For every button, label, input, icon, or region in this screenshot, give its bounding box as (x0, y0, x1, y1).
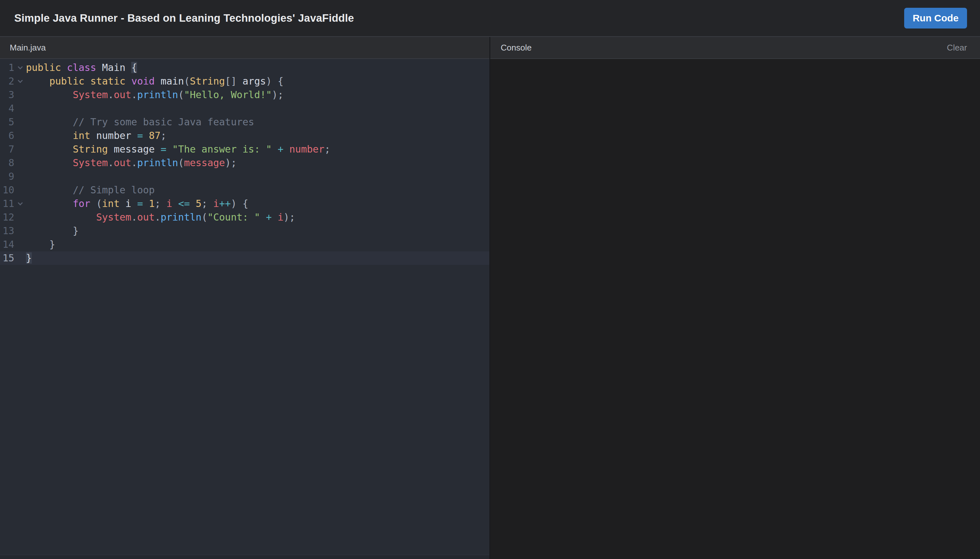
console-pane: Console Clear (490, 37, 980, 559)
code-line[interactable]: 3 System.out.println("Hello, World!"); (0, 88, 489, 102)
fold-gutter (14, 102, 26, 115)
line-number: 14 (0, 238, 14, 251)
code-line[interactable]: 15} (0, 251, 489, 265)
fold-gutter (14, 183, 26, 197)
console-output (490, 59, 980, 559)
code-line[interactable]: 11 for (int i = 1; i <= 5; i++) { (0, 197, 489, 210)
line-number: 15 (0, 251, 14, 265)
code-line[interactable]: 14 } (0, 238, 489, 251)
code-line[interactable]: 13 } (0, 224, 489, 238)
line-number: 8 (0, 156, 14, 170)
app-window: Simple Java Runner - Based on Leaning Te… (0, 0, 980, 559)
code-text: String message = "The answer is: " + num… (26, 142, 330, 156)
fold-gutter (14, 170, 26, 183)
fold-gutter (14, 129, 26, 142)
line-number: 13 (0, 224, 14, 238)
line-number: 3 (0, 88, 14, 102)
code-editor[interactable]: 1public class Main {2 public static void… (0, 59, 489, 559)
fold-chevron-icon[interactable] (14, 197, 26, 210)
page-title: Simple Java Runner - Based on Leaning Te… (14, 12, 354, 24)
line-number: 2 (0, 74, 14, 88)
fold-gutter (14, 156, 26, 170)
code-lines: 1public class Main {2 public static void… (0, 61, 489, 265)
fold-chevron-icon[interactable] (14, 61, 26, 74)
code-line[interactable]: 7 String message = "The answer is: " + n… (0, 142, 489, 156)
fold-gutter (14, 224, 26, 238)
fold-gutter (14, 115, 26, 129)
code-line[interactable]: 8 System.out.println(message); (0, 156, 489, 170)
fold-gutter (14, 238, 26, 251)
code-text: } (26, 238, 55, 251)
header: Simple Java Runner - Based on Leaning Te… (0, 0, 980, 37)
code-line[interactable]: 6 int number = 87; (0, 129, 489, 142)
fold-chevron-icon[interactable] (14, 74, 26, 88)
code-text: public static void main(String[] args) { (26, 74, 284, 88)
line-number: 11 (0, 197, 14, 210)
line-number: 5 (0, 115, 14, 129)
code-text: public class Main { (26, 61, 137, 74)
line-number: 6 (0, 129, 14, 142)
line-number: 12 (0, 210, 14, 224)
code-text: System.out.println(message); (26, 156, 237, 170)
code-line[interactable]: 2 public static void main(String[] args)… (0, 74, 489, 88)
editor-tab-bar: Main.java (0, 37, 489, 59)
fold-gutter (14, 142, 26, 156)
line-number: 10 (0, 183, 14, 197)
fold-gutter (14, 251, 26, 265)
line-number: 1 (0, 61, 14, 74)
run-code-button[interactable]: Run Code (904, 8, 967, 28)
code-text: // Simple loop (26, 183, 154, 197)
editor-pane: Main.java 1public class Main {2 public s… (0, 37, 489, 559)
code-line[interactable]: 1public class Main { (0, 61, 489, 74)
code-text: } (26, 251, 32, 265)
clear-button[interactable]: Clear (947, 43, 967, 53)
fold-gutter (14, 88, 26, 102)
code-text: } (26, 224, 79, 238)
code-line[interactable]: 10 // Simple loop (0, 183, 489, 197)
code-text: int number = 87; (26, 129, 167, 142)
code-text: // Try some basic Java features (26, 115, 254, 129)
code-text: System.out.println("Count: " + i); (26, 210, 295, 224)
tab-main-java[interactable]: Main.java (10, 43, 46, 53)
line-number: 9 (0, 170, 14, 183)
code-line[interactable]: 12 System.out.println("Count: " + i); (0, 210, 489, 224)
fold-gutter (14, 210, 26, 224)
code-line[interactable]: 5 // Try some basic Java features (0, 115, 489, 129)
split-view: Main.java 1public class Main {2 public s… (0, 37, 980, 559)
code-line[interactable]: 4 (0, 102, 489, 115)
code-line[interactable]: 9 (0, 170, 489, 183)
code-text: System.out.println("Hello, World!"); (26, 88, 284, 102)
console-header: Console Clear (490, 37, 980, 59)
line-number: 4 (0, 102, 14, 115)
console-title: Console (501, 43, 531, 53)
code-text: for (int i = 1; i <= 5; i++) { (26, 197, 248, 210)
line-number: 7 (0, 142, 14, 156)
